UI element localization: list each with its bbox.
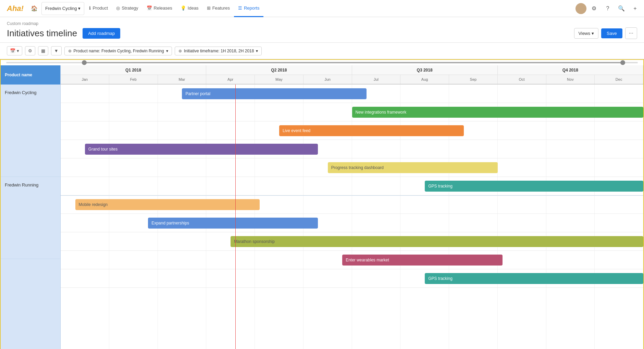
gantt-rows: Partner portal New integrations framewor…: [61, 85, 643, 349]
page-title-row: Initiatives timeline Add roadmap Views ▾…: [7, 27, 637, 39]
slider-thumb-right[interactable]: [620, 60, 625, 65]
product-icon: ℹ: [89, 5, 91, 11]
save-button[interactable]: Save: [601, 28, 622, 38]
app-logo[interactable]: Aha!: [3, 4, 28, 13]
time-filter-label: Initiative timeframe: 1H 2018, 2H 2018: [184, 49, 254, 53]
custom-roadmap-label: Custom roadmap: [7, 21, 637, 26]
workspace-label: Fredwin Cycling: [45, 6, 77, 11]
views-label: Views: [579, 31, 590, 36]
product-filter[interactable]: ⊕ Product name: Fredwin Cycling, Fredwin…: [64, 47, 172, 55]
page-title: Initiatives timeline: [7, 28, 77, 39]
nav-item-ideas[interactable]: 💡 Ideas: [176, 0, 203, 17]
nav-label-product: Product: [92, 5, 108, 11]
quarter-q2: Q2 2018: [206, 65, 352, 75]
add-roadmap-button[interactable]: Add roadmap: [83, 28, 120, 39]
quarter-q4: Q4 2018: [498, 65, 643, 75]
quarter-q3: Q3 2018: [352, 65, 498, 75]
month-jan: Jan: [61, 75, 109, 84]
gantt-row-3: Grand tour sites: [61, 140, 643, 158]
gantt-row-4: Progress tracking dashboard: [61, 158, 643, 177]
bar-new-integrations[interactable]: New integrations framework: [352, 107, 644, 118]
product-filter-label: Product name: Fredwin Cycling, Fredwin R…: [74, 49, 164, 53]
section-label-fredwin-cycling: Fredwin Cycling: [1, 85, 60, 177]
month-sep: Sep: [449, 75, 498, 84]
help-button[interactable]: ?: [602, 2, 614, 15]
add-button[interactable]: +: [629, 2, 641, 15]
calendar-view-button[interactable]: 📅 ▾: [7, 46, 22, 55]
month-nov: Nov: [546, 75, 595, 84]
bar-progress-dashboard[interactable]: Progress tracking dashboard: [328, 162, 498, 173]
nav-label-strategy: Strategy: [122, 5, 138, 11]
chevron-down-icon: ▾: [166, 49, 168, 53]
gantt-row-r0: Mobile redesign: [61, 195, 643, 214]
month-dec: Dec: [595, 75, 643, 84]
time-filter[interactable]: ⊕ Initiative timeframe: 1H 2018, 2H 2018…: [175, 47, 262, 55]
nav-label-ideas: Ideas: [188, 5, 199, 11]
settings-filter-button[interactable]: ⚙: [25, 46, 35, 55]
nav-label-reports: Reports: [244, 5, 260, 11]
gantt-row-r4: GPS tracking: [61, 269, 643, 288]
slider-fill: [82, 62, 625, 63]
gantt-container: Product name Fredwin Cycling Fredwin Run…: [1, 65, 643, 349]
nav-item-product[interactable]: ℹ Product: [85, 0, 112, 17]
month-oct: Oct: [498, 75, 546, 84]
month-may: May: [255, 75, 304, 84]
filter-button[interactable]: ▼: [51, 46, 62, 55]
releases-icon: 📅: [147, 5, 152, 11]
strategy-icon: ◎: [116, 5, 120, 11]
bar-gps-running[interactable]: GPS tracking: [425, 273, 643, 284]
ideas-icon: 💡: [181, 5, 186, 11]
month-jun: Jun: [304, 75, 352, 84]
bar-enter-wearables[interactable]: Enter wearables market: [342, 255, 503, 266]
section-name-fredwin-running: Fredwin Running: [5, 182, 38, 188]
filter-bar: 📅 ▾ ⚙ ▦ ▼ ⊕ Product name: Fredwin Cyclin…: [0, 43, 644, 59]
bar-mobile-redesign[interactable]: Mobile redesign: [75, 199, 260, 210]
timeline-wrapper: Product name Fredwin Cycling Fredwin Run…: [0, 59, 644, 349]
filter-dot-product: ⊕: [68, 49, 72, 53]
gantt-row-r2: Marathon sponsorship: [61, 232, 643, 251]
section-divider: [61, 195, 643, 196]
bar-expand-partnerships[interactable]: Expand partnerships: [148, 218, 318, 229]
month-aug: Aug: [400, 75, 449, 84]
slider-thumb-left[interactable]: [82, 60, 87, 65]
views-button[interactable]: Views ▾: [574, 28, 598, 39]
gantt-row-4b: GPS tracking: [61, 177, 643, 195]
gantt-row-2: Live event feed: [61, 121, 643, 140]
bar-marathon-sponsorship[interactable]: Marathon sponsorship: [231, 236, 643, 247]
month-header-row: Jan Feb Mar Apr May Jun Jul Aug Sep Oct …: [61, 75, 643, 85]
timeline-slider[interactable]: [1, 60, 643, 65]
gantt-left-header: Product name: [1, 65, 60, 85]
workspace-dropdown[interactable]: Fredwin Cycling ▾: [41, 2, 84, 15]
layout-button[interactable]: ▦: [38, 46, 48, 55]
top-nav: Aha! 🏠 Fredwin Cycling ▾ ℹ Product ◎ Str…: [0, 0, 644, 17]
page-title-right: Views ▾ Save ···: [574, 27, 637, 39]
gantt-row-r3: Enter wearables market: [61, 251, 643, 269]
bar-gps-cycling[interactable]: GPS tracking: [425, 181, 643, 192]
settings-button[interactable]: ⚙: [588, 2, 600, 15]
gantt-row-0: Partner portal: [61, 85, 643, 103]
gantt-right-panel: Q1 2018 Q2 2018 Q3 2018 Q4 2018 Jan Feb …: [61, 65, 643, 349]
section-label-fredwin-running: Fredwin Running: [1, 177, 60, 259]
gantt-left-panel: Product name Fredwin Cycling Fredwin Run…: [1, 65, 61, 349]
search-button[interactable]: 🔍: [615, 2, 628, 15]
month-apr: Apr: [206, 75, 255, 84]
user-avatar[interactable]: [575, 3, 586, 14]
nav-item-releases[interactable]: 📅 Releases: [143, 0, 176, 17]
product-name-header: Product name: [5, 73, 32, 77]
month-feb: Feb: [109, 75, 158, 84]
bar-live-event-feed[interactable]: Live event feed: [279, 125, 464, 136]
nav-right: ⚙ ? 🔍 +: [575, 2, 641, 15]
bar-grand-tour[interactable]: Grand tour sites: [85, 144, 318, 155]
quarter-q1: Q1 2018: [61, 65, 206, 75]
nav-label-releases: Releases: [154, 5, 172, 11]
chevron-down-icon: ▾: [592, 31, 594, 36]
svg-point-0: [579, 5, 583, 10]
nav-item-features[interactable]: ⊞ Features: [203, 0, 234, 17]
nav-item-reports[interactable]: ☰ Reports: [234, 0, 264, 17]
bar-partner-portal[interactable]: Partner portal: [182, 88, 367, 99]
chevron-down-icon: ▾: [78, 6, 80, 11]
home-button[interactable]: 🏠: [28, 2, 41, 15]
nav-item-strategy[interactable]: ◎ Strategy: [112, 0, 142, 17]
more-options-button[interactable]: ···: [625, 27, 637, 39]
gantt-row-1: New integrations framework: [61, 103, 643, 121]
